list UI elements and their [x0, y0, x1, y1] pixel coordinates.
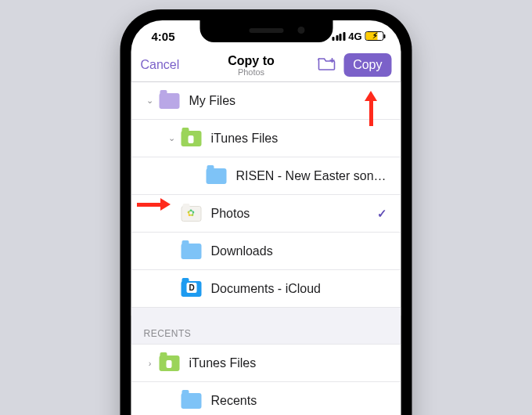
row-label: iTunes Files: [189, 356, 401, 370]
chevron-down-icon[interactable]: ⌄: [164, 133, 180, 143]
row-label: Documents - iCloud: [211, 282, 401, 296]
annotation-arrow-photos: [137, 198, 171, 211]
tree-row-downloads[interactable]: Downloads: [131, 233, 401, 270]
tree-row-icloud[interactable]: Documents - iCloud: [131, 270, 401, 308]
nav-subtitle: Photos: [189, 67, 314, 77]
folder-icon: [158, 354, 182, 373]
photos-folder-icon: [180, 204, 203, 223]
folder-list[interactable]: ⌄ My Files ⌄ iTunes Files RISEN - New Ea…: [131, 82, 401, 415]
row-label: RISEN - New Easter song by...: [236, 169, 401, 183]
nav-title: Copy to: [189, 54, 314, 68]
folder-icon: [180, 129, 203, 148]
tree-row-photos[interactable]: Photos: [131, 195, 401, 233]
tree-row-my-files[interactable]: ⌄ My Files: [131, 82, 401, 120]
chevron-down-icon[interactable]: ⌄: [142, 96, 158, 106]
recent-row-recents[interactable]: Recents: [131, 382, 401, 415]
battery-icon: ⚡︎: [365, 31, 384, 41]
row-label: Photos: [211, 207, 377, 221]
cancel-button[interactable]: Cancel: [141, 58, 180, 71]
documents-icloud-icon: [180, 280, 203, 298]
folder-icon: [180, 392, 203, 410]
notch: [200, 20, 332, 42]
copy-button[interactable]: Copy: [343, 53, 391, 77]
new-folder-icon[interactable]: [317, 56, 336, 74]
row-label: iTunes Files: [211, 132, 401, 146]
section-header-recents: RECENTS: [131, 308, 401, 345]
status-time: 4:05: [152, 30, 175, 43]
nav-bar: Cancel Copy to Photos Copy: [131, 52, 401, 82]
folder-icon: [158, 92, 182, 110]
row-label: Recents: [211, 394, 401, 408]
screen: 4:05 4G ⚡︎ Cancel Copy to Photos Copy: [131, 20, 401, 415]
chevron-right-icon[interactable]: ›: [142, 359, 158, 368]
phone-frame: 4:05 4G ⚡︎ Cancel Copy to Photos Copy: [120, 9, 412, 415]
tree-row-itunes[interactable]: ⌄ iTunes Files: [131, 120, 401, 157]
network-label: 4G: [348, 31, 361, 42]
folder-icon: [180, 242, 203, 261]
recent-row-itunes[interactable]: › iTunes Files: [131, 345, 401, 382]
row-label: Downloads: [211, 244, 401, 258]
tree-row-risen[interactable]: RISEN - New Easter song by...: [131, 157, 401, 195]
folder-icon: [205, 167, 228, 186]
annotation-arrow-copy: [365, 85, 377, 126]
signal-icon: [332, 32, 346, 41]
